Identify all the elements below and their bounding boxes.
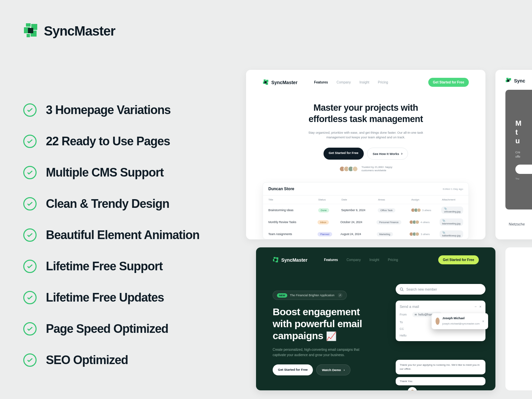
preview-light-hero: Master your projects with effortless tas…: [246, 102, 485, 173]
close-icon[interactable]: ×: [482, 320, 484, 323]
mail-hello-field[interactable]: Hello: [400, 334, 481, 337]
avatar-group: [339, 166, 358, 172]
minimize-icon[interactable]: −: [474, 305, 476, 309]
hero-subtext: Create personalized, high-converting ema…: [273, 347, 362, 358]
preview-card-light[interactable]: SyncMaster Features Company Insight Pric…: [246, 70, 485, 239]
secondary-button[interactable]: Watch Demo: [316, 364, 350, 375]
table-edited: Edited 1 Day ago: [443, 188, 463, 191]
primary-button[interactable]: Get Started for Free: [324, 148, 364, 160]
nav-link-insight[interactable]: Insight: [369, 258, 379, 262]
cta-button[interactable]: Get Started for Free: [438, 255, 479, 264]
feature-item: Multiple CMS Support: [23, 166, 200, 180]
table-row[interactable]: Brainstorming IdeasDoneSeptember 9, 2024…: [263, 204, 468, 216]
check-icon: [23, 135, 37, 148]
preview-card-light3[interactable]: [505, 247, 532, 390]
preview-dark-hero: NEW The Financial Brighter Application B…: [273, 291, 362, 375]
brand-lockup: SyncMaster: [23, 23, 115, 39]
preview-light-nav: SyncMaster Features Company Insight Pric…: [263, 78, 469, 87]
cta-button[interactable]: Get Started for Free: [428, 78, 469, 87]
check-icon: [23, 197, 37, 210]
secondary-button[interactable]: See How It Works: [367, 148, 408, 160]
preview-card-dark[interactable]: SyncMaster Features Company Insight Pric…: [256, 247, 495, 390]
nav-link-pricing[interactable]: Pricing: [388, 258, 398, 262]
hero-subtext: Stay organized, prioritize with ease, an…: [246, 130, 485, 140]
table-title: Duncan Store: [268, 187, 294, 191]
brand-name: SyncMaster: [44, 24, 115, 39]
check-icon: [23, 291, 37, 304]
table-row[interactable]: Team AssignmentsPlannedAugust 24, 2024Ma…: [263, 228, 468, 239]
feature-item: Page Speed Optimized: [23, 322, 200, 336]
feature-item: Lifetime Free Updates: [23, 291, 200, 305]
close-icon[interactable]: ×: [479, 305, 481, 309]
preview-dark-logo[interactable]: SyncMaster: [273, 257, 308, 263]
preview-table: Duncan Store Edited 1 Day ago Title Stat…: [263, 182, 469, 239]
primary-button[interactable]: Get Started for Free: [273, 364, 313, 375]
feature-item: 3 Homepage Variations: [23, 103, 200, 117]
preview-card-light2[interactable]: Sync Mtu Creoffe Tru Nietzsche: [495, 70, 532, 239]
table-columns: Title Status Date Areas Assign Attachmen…: [263, 196, 468, 204]
preview-light2-hero: Mtu Creoffe Tru: [505, 90, 532, 209]
feature-item: Lifetime Free Support: [23, 259, 200, 273]
logo-icon: [23, 23, 39, 39]
preview-gallery: SyncMaster Features Company Insight Pric…: [246, 70, 532, 399]
nav-link-pricing[interactable]: Pricing: [378, 80, 388, 84]
table-header: Duncan Store Edited 1 Day ago: [263, 183, 468, 196]
avatar: [436, 318, 440, 325]
cta-pill[interactable]: [515, 165, 532, 174]
search-icon: [400, 287, 404, 291]
preview-light2-logo: Sync: [505, 78, 525, 84]
hero-heading: Boost engagement with powerful email cam…: [273, 306, 362, 342]
contact-popup[interactable]: Joseph Michaeljoseph.michael@syncmaster.…: [432, 313, 488, 329]
svg-point-0: [400, 288, 403, 291]
nav-link-company[interactable]: Company: [346, 258, 361, 262]
check-icon: [23, 103, 37, 117]
feature-item: SEO Optimized: [23, 353, 200, 367]
preview-dark-menu: Features Company Insight Pricing: [324, 258, 398, 262]
preview-dark-mockup: Search new member Send a mail −× Fromhel…: [396, 284, 485, 385]
check-icon: [23, 353, 37, 367]
mail-body-preview: Thank you for your applying to rockeng I…: [396, 360, 485, 374]
mail-signoff: Thank You.: [396, 377, 485, 385]
check-icon: [23, 322, 37, 335]
check-icon: [23, 260, 37, 273]
table-row[interactable]: Monthly Review TasksInboxOctober 24, 202…: [263, 216, 468, 228]
app-badge-mailchimp-icon: 🐵: [407, 386, 418, 390]
preview-light-menu: Features Company Insight Pricing: [314, 80, 388, 84]
feature-list: 3 Homepage Variations 22 Ready to Use Pa…: [23, 103, 200, 367]
hero-heading: Master your projects with effortless tas…: [246, 102, 485, 125]
check-icon: [23, 166, 37, 179]
nav-link-company[interactable]: Company: [336, 80, 351, 84]
nav-link-features[interactable]: Features: [324, 258, 338, 262]
nav-link-features[interactable]: Features: [314, 80, 328, 84]
trust-badge: Trusted by 21,000+ happycustomers worldw…: [246, 166, 485, 173]
check-icon: [23, 228, 37, 242]
mail-title: Send a mail: [400, 305, 419, 309]
trend-up-icon: 📈: [326, 331, 336, 341]
preview-light-logo[interactable]: SyncMaster: [263, 79, 298, 85]
feature-item: Beautiful Element Animation: [23, 228, 200, 242]
search-input[interactable]: Search new member: [396, 284, 485, 295]
feature-item: Clean & Trendy Design: [23, 197, 200, 211]
nav-link-insight[interactable]: Insight: [359, 80, 369, 84]
preview-dark-nav: SyncMaster Features Company Insight Pric…: [273, 255, 479, 264]
quote-author: Nietzsche: [509, 222, 525, 226]
hero-tag[interactable]: NEW The Financial Brighter Application: [273, 291, 347, 300]
feature-item: 22 Ready to Use Pages: [23, 134, 200, 148]
